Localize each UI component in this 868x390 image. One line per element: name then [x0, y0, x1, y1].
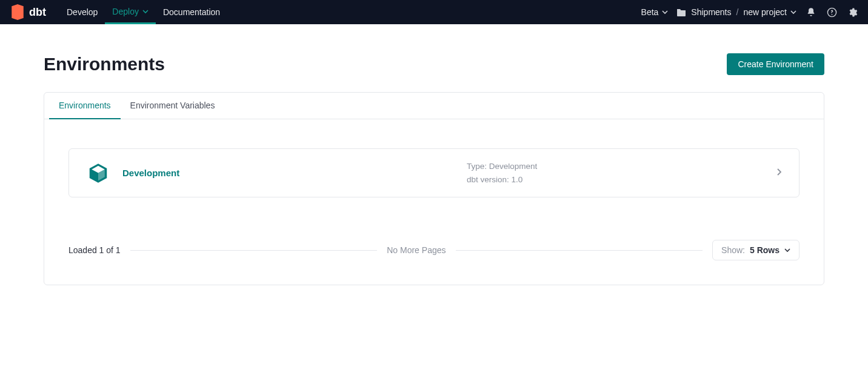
environment-meta: Type: Development dbt version: 1.0	[467, 160, 537, 186]
tabs: Environments Environment Variables	[44, 93, 824, 119]
divider	[130, 250, 378, 251]
chevron-down-icon	[662, 9, 668, 15]
nav-deploy[interactable]: Deploy	[105, 0, 156, 24]
nav-right: Beta Shipments / new project	[641, 6, 858, 18]
nav-documentation[interactable]: Documentation	[156, 0, 227, 24]
tab-environment-variables[interactable]: Environment Variables	[121, 93, 225, 119]
open-environment-chevron	[776, 168, 782, 179]
brand-text: dbt	[29, 6, 46, 19]
show-label: Show:	[721, 245, 745, 255]
dbt-logo-icon	[10, 4, 25, 20]
notifications-button[interactable]	[805, 6, 817, 18]
tab-content: Development Type: Development dbt versio…	[44, 119, 824, 197]
environments-panel: Environments Environment Variables Devel…	[44, 92, 824, 285]
page-body: Environments Create Environment Environm…	[0, 53, 868, 285]
help-button[interactable]	[826, 6, 838, 18]
project-selector[interactable]: new project	[743, 7, 796, 17]
help-icon	[827, 7, 837, 18]
page-header: Environments Create Environment	[44, 53, 824, 75]
environment-version: dbt version: 1.0	[467, 173, 537, 187]
page-title: Environments	[44, 54, 165, 74]
project-breadcrumb: Shipments / new project	[676, 7, 796, 17]
show-value: 5 Rows	[750, 245, 780, 255]
environment-name: Development	[122, 168, 179, 178]
create-environment-button[interactable]: Create Environment	[727, 53, 824, 75]
beta-toggle[interactable]: Beta	[641, 7, 669, 17]
breadcrumb-account[interactable]: Shipments	[691, 7, 731, 17]
breadcrumb-separator: /	[736, 7, 739, 17]
tab-environments[interactable]: Environments	[49, 93, 121, 119]
box-icon	[87, 162, 110, 185]
top-nav: dbt Develop Deploy Documentation Beta Sh…	[0, 0, 868, 24]
nav-develop[interactable]: Develop	[59, 0, 105, 24]
no-more-pages: No More Pages	[387, 245, 446, 255]
pagination-footer: Loaded 1 of 1 No More Pages Show: 5 Rows	[44, 240, 824, 260]
chevron-down-icon	[142, 8, 149, 15]
environment-type: Type: Development	[467, 160, 537, 173]
bell-icon	[806, 7, 816, 17]
brand-logo[interactable]: dbt	[10, 4, 46, 20]
environment-row[interactable]: Development Type: Development dbt versio…	[68, 148, 800, 197]
chevron-down-icon	[784, 247, 790, 253]
loaded-count: Loaded 1 of 1	[68, 245, 121, 255]
chevron-down-icon	[790, 9, 796, 15]
svg-point-0	[827, 8, 836, 16]
rows-per-page-select[interactable]: Show: 5 Rows	[712, 240, 800, 260]
settings-button[interactable]	[846, 6, 858, 18]
chevron-right-icon	[776, 168, 782, 176]
folder-icon	[676, 8, 686, 16]
gear-icon	[847, 7, 858, 18]
nav-links: Develop Deploy Documentation	[59, 0, 227, 24]
environment-icon	[86, 161, 110, 185]
divider	[456, 250, 703, 251]
